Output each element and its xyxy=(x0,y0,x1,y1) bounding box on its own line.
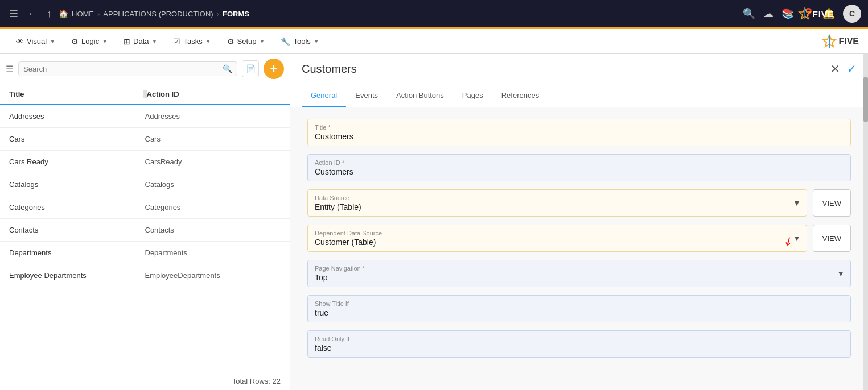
dropdown-arrow-page-nav: ▼ xyxy=(837,269,845,278)
tools-label: Tools xyxy=(293,37,310,45)
visual-arrow: ▼ xyxy=(50,38,55,44)
dependent-data-source-field-box[interactable]: Dependent Data Source Customer (Table) ▼… xyxy=(307,225,807,252)
filter-icon[interactable]: ☰ xyxy=(6,64,14,74)
show-title-field-box[interactable]: Show Title If true xyxy=(307,295,851,322)
data-source-label: Data Source xyxy=(315,194,800,201)
visual-icon: 👁 xyxy=(16,37,24,46)
main-layout: ☰ 🔍 📄 + Title Action ID Addresses Addres… xyxy=(0,54,868,390)
setup-arrow: ▼ xyxy=(260,38,265,44)
nav-tasks[interactable]: ☑ Tasks ▼ xyxy=(166,34,217,49)
dropdown-arrow-data-source: ▼ xyxy=(793,198,801,208)
nav-logic[interactable]: ⚙ Logic ▼ xyxy=(64,34,114,49)
title-value: Customers xyxy=(315,132,844,141)
tasks-label: Tasks xyxy=(183,37,202,45)
tab-references[interactable]: References xyxy=(492,84,548,107)
page-navigation-field-box[interactable]: Page Navigation * Top ▼ xyxy=(307,260,851,287)
table-row[interactable]: Departments Departments xyxy=(0,242,290,264)
show-title-field: Show Title If true xyxy=(307,295,851,322)
document-icon: 📄 xyxy=(246,64,256,73)
nav-setup[interactable]: ⚙ Setup ▼ xyxy=(220,34,272,49)
title-field-box[interactable]: Title * Customers xyxy=(307,119,851,146)
table-row[interactable]: Cars Ready CarsReady xyxy=(0,151,290,173)
topbar: ☰ ← ↑ 🏠 HOME › APPLICATIONS (PRODUCTION)… xyxy=(0,0,868,27)
breadcrumb: 🏠 HOME › APPLICATIONS (PRODUCTION) › FOR… xyxy=(59,9,738,18)
action-id-label: Action ID * xyxy=(315,159,844,166)
table-row[interactable]: Employee Departments EmployeeDepartments xyxy=(0,264,290,287)
breadcrumb-sep-1: › xyxy=(97,10,100,18)
logic-icon: ⚙ xyxy=(71,37,79,46)
document-button[interactable]: 📄 xyxy=(242,60,259,77)
action-id-field-box[interactable]: Action ID * Customers xyxy=(307,154,851,181)
tools-icon: 🔧 xyxy=(281,37,290,46)
total-rows-label: Total Rows: 22 xyxy=(232,377,281,385)
title-label: Title * xyxy=(315,124,844,131)
applications-label[interactable]: APPLICATIONS (PRODUCTION) xyxy=(103,10,213,18)
table-row[interactable]: Contacts Contacts xyxy=(0,219,290,242)
home-label[interactable]: HOME xyxy=(72,10,94,18)
read-only-value: false xyxy=(315,343,844,352)
search-input-wrap[interactable]: 🔍 xyxy=(18,61,237,76)
dependent-data-source-label: Dependent Data Source xyxy=(315,230,800,237)
dependent-data-source-view-button[interactable]: VIEW xyxy=(813,225,851,252)
dependent-data-source-row: Dependent Data Source Customer (Table) ▼… xyxy=(307,225,851,252)
data-arrow: ▼ xyxy=(152,38,158,44)
action-id-field: Action ID * Customers xyxy=(307,154,851,181)
secondbar: 👁 Visual ▼ ⚙ Logic ▼ ⊞ Data ▼ ☑ Tasks ▼ … xyxy=(0,29,868,54)
table-row[interactable]: Cars Cars xyxy=(0,128,290,151)
right-panel-title: Customers xyxy=(302,63,830,76)
title-field: Title * Customers xyxy=(307,119,851,146)
col-actionid-header: Action ID xyxy=(147,90,281,98)
table-row[interactable]: Catalogs Catalogs xyxy=(0,173,290,196)
logic-label: Logic xyxy=(81,37,99,45)
menu-icon[interactable]: ☰ xyxy=(7,5,20,22)
show-title-label: Show Title If xyxy=(315,300,844,307)
tasks-arrow: ▼ xyxy=(205,38,211,44)
tab-events[interactable]: Events xyxy=(346,84,387,107)
library-icon[interactable]: 📚 xyxy=(781,7,794,20)
nav-tools[interactable]: 🔧 Tools ▼ xyxy=(274,34,326,49)
dependent-data-source-field: Dependent Data Source Customer (Table) ▼… xyxy=(307,225,851,252)
read-only-field-box[interactable]: Read Only If false xyxy=(307,330,851,358)
right-panel: Customers ✕ ✓ General Events Action Butt… xyxy=(290,54,868,390)
avatar[interactable]: C xyxy=(843,5,861,23)
tab-pages[interactable]: Pages xyxy=(453,84,492,107)
tab-action-buttons[interactable]: Action Buttons xyxy=(387,84,453,107)
tasks-icon: ☑ xyxy=(173,37,180,46)
confirm-icon[interactable]: ✓ xyxy=(847,62,857,76)
action-id-value: Customers xyxy=(315,167,844,176)
data-source-view-button[interactable]: VIEW xyxy=(813,189,851,217)
setup-label: Setup xyxy=(237,37,257,45)
tab-general[interactable]: General xyxy=(302,84,346,107)
nav-visual[interactable]: 👁 Visual ▼ xyxy=(9,34,62,49)
tools-arrow: ▼ xyxy=(314,38,319,44)
search-input[interactable] xyxy=(23,65,223,73)
search-icon[interactable]: 🔍 xyxy=(743,7,755,20)
home-icon: 🏠 xyxy=(59,9,68,18)
read-only-label: Read Only If xyxy=(315,335,844,342)
right-scrollbar[interactable] xyxy=(863,54,868,390)
breadcrumb-sep-2: › xyxy=(217,10,219,18)
dependent-data-source-value: Customer (Table) xyxy=(315,238,800,247)
data-label: Data xyxy=(133,37,149,45)
cloud-icon[interactable]: ☁ xyxy=(763,7,774,20)
up-icon[interactable]: ↑ xyxy=(44,6,54,22)
table-footer: Total Rows: 22 xyxy=(0,372,290,390)
data-source-value: Entity (Table) xyxy=(315,202,800,211)
page-navigation-label: Page Navigation * xyxy=(315,265,844,272)
forms-label[interactable]: FORMS xyxy=(223,10,249,18)
table-row[interactable]: Addresses Addresses xyxy=(0,105,290,128)
right-header: Customers ✕ ✓ xyxy=(290,54,868,84)
form-content: Title * Customers Action ID * Customers … xyxy=(290,107,868,390)
logic-arrow: ▼ xyxy=(102,38,108,44)
nav-data[interactable]: ⊞ Data ▼ xyxy=(117,34,164,49)
data-source-field-box[interactable]: Data Source Entity (Table) ▼ xyxy=(307,189,807,217)
data-icon: ⊞ xyxy=(124,37,130,46)
table-row[interactable]: Categories Categories xyxy=(0,196,290,219)
table-body: Addresses Addresses Cars Cars Cars Ready… xyxy=(0,105,290,372)
close-icon[interactable]: ✕ xyxy=(830,62,840,76)
col-title-header: Title xyxy=(9,90,143,98)
back-icon[interactable]: ← xyxy=(25,6,40,22)
page-navigation-field: Page Navigation * Top ▼ xyxy=(307,260,851,287)
search-icon: 🔍 xyxy=(223,64,232,73)
add-button[interactable]: + xyxy=(264,59,284,79)
